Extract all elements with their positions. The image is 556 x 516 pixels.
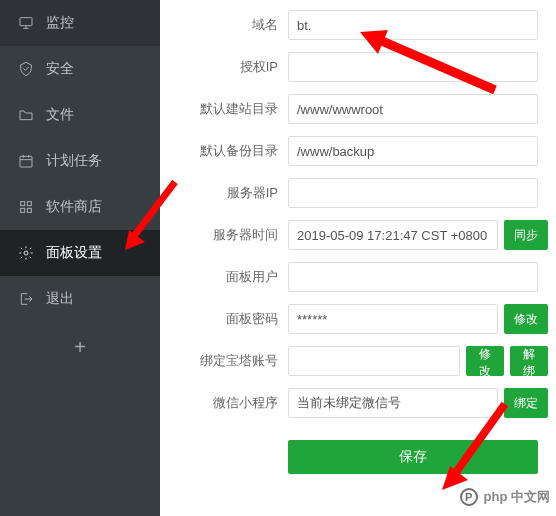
label-bt-account: 绑定宝塔账号: [160, 352, 288, 370]
svg-rect-0: [20, 18, 32, 26]
button-bind-wechat[interactable]: 绑定: [504, 388, 548, 418]
php-logo-icon: P: [460, 488, 478, 506]
label-backup-dir: 默认备份目录: [160, 142, 288, 160]
watermark-text: php 中文网: [484, 488, 550, 506]
sidebar-item-label: 计划任务: [46, 152, 102, 170]
label-wx-miniapp: 微信小程序: [160, 394, 288, 412]
sidebar-item-label: 面板设置: [46, 244, 102, 262]
button-change-password[interactable]: 修改: [504, 304, 548, 334]
watermark: P php 中文网: [460, 488, 550, 506]
svg-rect-8: [27, 202, 31, 206]
sidebar-item-cron[interactable]: 计划任务: [0, 138, 160, 184]
input-panel-user[interactable]: [288, 262, 538, 292]
sidebar-item-monitor[interactable]: 监控: [0, 0, 160, 46]
input-site-dir[interactable]: [288, 94, 538, 124]
input-server-time[interactable]: [288, 220, 498, 250]
button-save[interactable]: 保存: [288, 440, 538, 474]
svg-point-11: [24, 251, 28, 255]
folder-icon: [18, 107, 34, 123]
input-bt-account[interactable]: [288, 346, 460, 376]
label-server-ip: 服务器IP: [160, 184, 288, 202]
sidebar-item-security[interactable]: 安全: [0, 46, 160, 92]
label-server-time: 服务器时间: [160, 226, 288, 244]
gear-icon: [18, 245, 34, 261]
sidebar: 监控 安全 文件 计划任务 软件商店 面板设置 退出 +: [0, 0, 160, 516]
button-change-account[interactable]: 修改: [466, 346, 504, 376]
label-panel-pass: 面板密码: [160, 310, 288, 328]
input-backup-dir[interactable]: [288, 136, 538, 166]
exit-icon: [18, 291, 34, 307]
main-form: 域名 授权IP 默认建站目录 默认备份目录 服务器IP 服务器时间 同步: [160, 0, 556, 516]
sidebar-item-label: 退出: [46, 290, 74, 308]
label-auth-ip: 授权IP: [160, 58, 288, 76]
input-wx-miniapp[interactable]: [288, 388, 498, 418]
sidebar-item-logout[interactable]: 退出: [0, 276, 160, 322]
svg-rect-3: [20, 156, 32, 167]
calendar-icon: [18, 153, 34, 169]
sidebar-item-panel-settings[interactable]: 面板设置: [0, 230, 160, 276]
input-domain[interactable]: [288, 10, 538, 40]
svg-rect-10: [27, 208, 31, 212]
button-sync-time[interactable]: 同步: [504, 220, 548, 250]
sidebar-item-files[interactable]: 文件: [0, 92, 160, 138]
input-server-ip[interactable]: [288, 178, 538, 208]
label-domain: 域名: [160, 16, 288, 34]
label-panel-user: 面板用户: [160, 268, 288, 286]
label-site-dir: 默认建站目录: [160, 100, 288, 118]
svg-rect-9: [21, 208, 25, 212]
button-unbind-account[interactable]: 解绑: [510, 346, 548, 376]
sidebar-item-label: 监控: [46, 14, 74, 32]
sidebar-item-label: 安全: [46, 60, 74, 78]
sidebar-item-software[interactable]: 软件商店: [0, 184, 160, 230]
input-panel-pass[interactable]: [288, 304, 498, 334]
sidebar-add-button[interactable]: +: [0, 322, 160, 373]
shield-icon: [18, 61, 34, 77]
svg-rect-7: [21, 202, 25, 206]
apps-icon: [18, 199, 34, 215]
input-auth-ip[interactable]: [288, 52, 538, 82]
sidebar-item-label: 软件商店: [46, 198, 102, 216]
monitor-icon: [18, 15, 34, 31]
sidebar-item-label: 文件: [46, 106, 74, 124]
